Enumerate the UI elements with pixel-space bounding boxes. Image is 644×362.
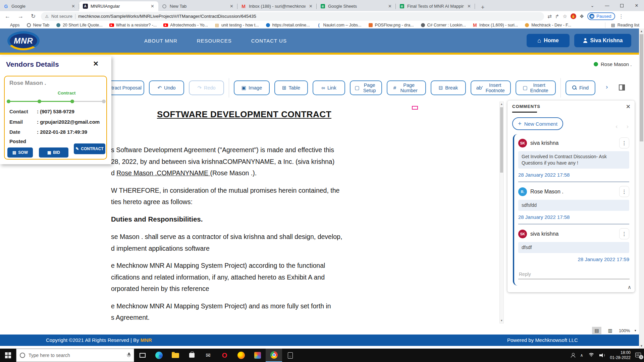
new-tab-button[interactable]: + bbox=[478, 4, 487, 11]
file-explorer-button[interactable] bbox=[167, 349, 183, 362]
table-button[interactable]: ⊞Table bbox=[274, 80, 308, 95]
insert-footnote-button[interactable]: ab′Insert Footnote bbox=[471, 80, 511, 95]
next-comment-icon[interactable]: › bbox=[627, 123, 629, 130]
bookmark-inbox[interactable]: MInbox (1,609) - suri... bbox=[473, 23, 518, 27]
firefox-button[interactable] bbox=[233, 349, 249, 362]
tab-close-icon[interactable]: ✕ bbox=[387, 4, 392, 9]
reload-icon[interactable]: ↻ bbox=[29, 13, 38, 20]
bookmark-afrotechmods[interactable]: ▶Afrotechmods - Yo... bbox=[163, 23, 208, 27]
close-window-button[interactable]: ✕ bbox=[629, 0, 644, 11]
volume-icon[interactable] bbox=[599, 353, 605, 358]
comment-menu-kebab-icon[interactable]: ⋮ bbox=[619, 137, 629, 148]
store-button[interactable] bbox=[183, 349, 200, 362]
scroll-up-icon[interactable]: ▲ bbox=[500, 102, 503, 107]
tab-close-icon[interactable]: ✕ bbox=[308, 4, 313, 9]
notification-center-button[interactable]: 1 bbox=[635, 353, 642, 358]
vendor-close-icon[interactable]: ✕ bbox=[93, 60, 99, 68]
tab-google-sheets[interactable]: ⊞ Google Sheets ✕ bbox=[317, 1, 396, 11]
extensions-puzzle-icon[interactable]: ❖ bbox=[580, 13, 584, 19]
page-number-button[interactable]: #Page Number bbox=[387, 80, 426, 95]
tab-final-tests[interactable]: ⊞ Final Tests of MNR AI Mapping S ✕ bbox=[396, 1, 475, 11]
comment-anchor-marker[interactable] bbox=[412, 106, 418, 110]
taskbar-search[interactable] bbox=[16, 349, 134, 362]
zoom-level[interactable]: 100% bbox=[619, 328, 630, 333]
print-layout-icon[interactable]: ▤ bbox=[592, 327, 601, 334]
browser-menu-kebab-icon[interactable]: ⋮ bbox=[619, 13, 624, 19]
scroll-down-icon[interactable]: ▼ bbox=[500, 318, 503, 323]
tab-close-icon[interactable]: ✕ bbox=[229, 4, 234, 9]
scroll-down-icon[interactable]: ▼ bbox=[639, 343, 644, 349]
user-button[interactable]: Siva Krishna bbox=[574, 34, 631, 47]
bookmark-resistor-video[interactable]: ▶What is a resistor? -... bbox=[109, 23, 157, 27]
image-button[interactable]: ▣Image bbox=[234, 80, 270, 95]
collapse-chevron-icon[interactable]: ∧ bbox=[628, 284, 631, 290]
side-panel-toggle-icon[interactable] bbox=[619, 84, 625, 90]
tab-close-icon[interactable]: ✕ bbox=[71, 4, 76, 9]
omnibox[interactable]: ⚠ Not secure mechknow.com/SampleWorks/MN… bbox=[41, 12, 544, 21]
nav-about-mnr[interactable]: ABOUT MNR bbox=[144, 38, 177, 44]
comment-menu-kebab-icon[interactable]: ⋮ bbox=[619, 186, 629, 197]
minimize-button[interactable]: — bbox=[600, 0, 614, 11]
chrome-button[interactable] bbox=[266, 349, 282, 362]
taskbar-search-input[interactable] bbox=[29, 353, 124, 358]
link-button[interactable]: ∞Link bbox=[313, 80, 345, 95]
page-setup-button[interactable]: ▢Page Setup bbox=[350, 80, 382, 95]
bid-button[interactable]: ▦BID bbox=[39, 147, 68, 158]
insert-endnote-button[interactable]: ▢Insert Endnote bbox=[516, 80, 556, 95]
reading-list-button[interactable]: ▤Reading list bbox=[605, 22, 639, 28]
back-icon[interactable]: ← bbox=[3, 13, 12, 20]
tab-gmail-inbox[interactable]: M Inbox (188) - suri@mechknowsof ✕ bbox=[237, 1, 317, 11]
share-icon[interactable]: ↱ bbox=[555, 13, 559, 19]
contract-button[interactable]: ✎CONTRACT bbox=[74, 143, 105, 154]
scrollbar-thumb[interactable] bbox=[640, 34, 643, 141]
tab-close-icon[interactable]: ✕ bbox=[150, 4, 155, 9]
reply-input[interactable] bbox=[518, 270, 630, 279]
start-button[interactable] bbox=[0, 349, 16, 362]
tab-google[interactable]: G Google ✕ bbox=[0, 1, 79, 11]
comment-menu-kebab-icon[interactable]: ⋮ bbox=[619, 228, 629, 239]
wifi-icon[interactable] bbox=[588, 353, 595, 358]
toolbar-overflow-chevron[interactable]: › bbox=[606, 83, 608, 90]
taskbar-clock[interactable]: 18:00 01-28-2022 bbox=[610, 350, 631, 360]
home-button[interactable]: ⌂ Home bbox=[527, 34, 570, 47]
redo-button[interactable]: ↷Redo bbox=[189, 80, 224, 95]
new-comment-button[interactable]: + New Comment bbox=[512, 117, 563, 130]
find-button[interactable]: Find bbox=[566, 80, 595, 95]
sow-button[interactable]: ▤SOW bbox=[7, 147, 33, 158]
mail-button[interactable]: ✉ bbox=[200, 349, 216, 362]
opera-button[interactable]: O bbox=[216, 349, 233, 362]
web-layout-icon[interactable]: ▥ bbox=[605, 327, 615, 334]
undo-button[interactable]: ↶Undo bbox=[149, 80, 184, 95]
tab-close-icon[interactable]: ✕ bbox=[467, 4, 472, 9]
nav-contact-us[interactable]: CONTACT US bbox=[251, 38, 287, 44]
browser-scrollbar[interactable]: ▲ ▼ bbox=[639, 28, 644, 349]
prev-comment-icon[interactable]: ‹ bbox=[615, 123, 618, 130]
translate-icon[interactable]: ⇄ bbox=[547, 13, 552, 19]
bookmark-star-icon[interactable]: ☆ bbox=[562, 13, 567, 19]
forward-icon[interactable]: → bbox=[16, 13, 25, 20]
adblock-extension-icon[interactable]: ✋ bbox=[571, 13, 576, 19]
calculator-button[interactable]: ∷ bbox=[282, 349, 299, 362]
maximize-button[interactable] bbox=[614, 0, 629, 11]
bookmark-unit-testing[interactable]: ▤unit testing - how t... bbox=[215, 23, 259, 27]
zoom-caret-icon[interactable]: ▼ bbox=[634, 329, 637, 332]
bookmark-posflow[interactable]: POSFlow.png - dra... bbox=[368, 23, 414, 27]
scroll-up-icon[interactable]: ▲ bbox=[639, 28, 644, 34]
task-view-button[interactable] bbox=[134, 349, 151, 362]
tab-mnruiangular[interactable]: A MNRUIAngular ✕ bbox=[79, 1, 158, 11]
bookmark-new-tab[interactable]: New Tab bbox=[26, 23, 49, 27]
tab-new-tab[interactable]: New Tab ✕ bbox=[158, 1, 237, 11]
paused-extension-pill[interactable]: ▮▮ Paused bbox=[587, 12, 615, 20]
mnr-logo[interactable]: MNR bbox=[7, 31, 40, 50]
tab-search-icon[interactable]: ⌄ bbox=[585, 0, 600, 11]
url-text[interactable]: mechknow.com/SampleWorks/MNRLiveProject/… bbox=[78, 14, 256, 19]
bookmark-csharp-corner[interactable]: C# Corner : Lookin... bbox=[421, 23, 466, 27]
bookmark-life-quotes[interactable]: 20 Short Life Quote... bbox=[56, 23, 103, 27]
document-scrollbar[interactable]: ▲ ▼ bbox=[499, 102, 504, 323]
edge-button[interactable] bbox=[151, 349, 167, 362]
scrollbar-thumb[interactable] bbox=[500, 107, 503, 173]
bookmark-naukri[interactable]: (Naukri.com – Jobs... bbox=[317, 23, 362, 27]
footer-brand-link[interactable]: MNR bbox=[141, 337, 152, 343]
nav-resources[interactable]: RESOURCES bbox=[197, 38, 232, 44]
microphone-icon[interactable] bbox=[127, 353, 130, 358]
